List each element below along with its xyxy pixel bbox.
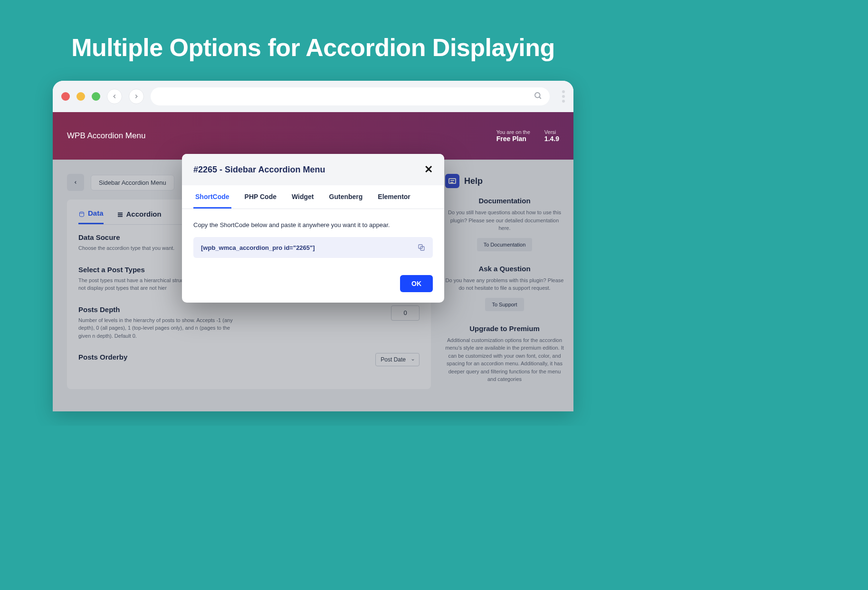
- browser-forward-button[interactable]: [129, 89, 144, 104]
- search-icon: [534, 91, 542, 102]
- modal-body: Copy the ShortCode below and paste it an…: [182, 209, 444, 267]
- shortcode-modal: #2265 - Sidebar Accordion Menu ✕ ShortCo…: [182, 154, 444, 303]
- modal-footer: OK: [182, 267, 444, 303]
- modal-tabs: ShortCode PHP Code Widget Gutenberg Elem…: [182, 185, 444, 209]
- modal-tab-widget[interactable]: Widget: [290, 185, 316, 209]
- plan-label: You are on the: [496, 129, 530, 135]
- app-body: Sidebar Accordion Menu Data Accordion: [53, 160, 573, 411]
- close-window-icon[interactable]: [61, 92, 70, 101]
- hero-title: Multiple Options for Accordion Displayin…: [0, 0, 626, 81]
- modal-tab-php[interactable]: PHP Code: [243, 185, 278, 209]
- modal-tab-gutenberg[interactable]: Gutenberg: [327, 185, 365, 209]
- modal-tab-shortcode[interactable]: ShortCode: [193, 185, 231, 209]
- version-block: Versi 1.4.9: [544, 129, 559, 143]
- maximize-window-icon[interactable]: [92, 92, 100, 101]
- plan-value: Free Plan: [496, 135, 530, 143]
- browser-back-button[interactable]: [107, 89, 122, 104]
- version-label: Versi: [544, 129, 559, 135]
- plan-block: You are on the Free Plan: [496, 129, 530, 143]
- app-title: WPB Accordion Menu: [67, 131, 145, 141]
- modal-tab-elementor[interactable]: Elementor: [376, 185, 412, 209]
- ok-button[interactable]: OK: [400, 275, 433, 292]
- traffic-lights: [61, 92, 100, 101]
- version-value: 1.4.9: [544, 135, 559, 143]
- svg-point-0: [535, 93, 540, 98]
- modal-header: #2265 - Sidebar Accordion Menu ✕: [182, 154, 444, 185]
- minimize-window-icon[interactable]: [76, 92, 85, 101]
- shortcode-text: [wpb_wmca_accordion_pro id="2265"]: [201, 244, 315, 251]
- browser-window: WPB Accordion Menu You are on the Free P…: [53, 81, 573, 411]
- browser-menu-icon[interactable]: [562, 90, 565, 103]
- header-meta: You are on the Free Plan Versi 1.4.9: [496, 129, 559, 143]
- modal-title: #2265 - Sidebar Accordion Menu: [193, 165, 325, 175]
- browser-toolbar: [53, 81, 573, 112]
- modal-instruction: Copy the ShortCode below and paste it an…: [193, 221, 433, 228]
- copy-icon[interactable]: [418, 244, 425, 251]
- app-header: WPB Accordion Menu You are on the Free P…: [53, 112, 573, 160]
- shortcode-box: [wpb_wmca_accordion_pro id="2265"]: [193, 237, 433, 258]
- close-icon[interactable]: ✕: [424, 163, 433, 176]
- url-bar[interactable]: [151, 87, 550, 105]
